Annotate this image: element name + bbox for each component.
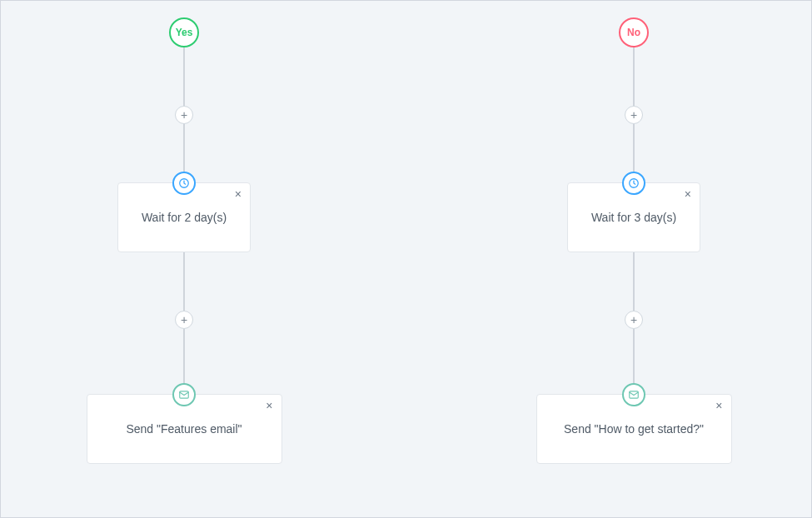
outcome-circle-yes[interactable]: Yes	[169, 17, 199, 47]
wait-step-card[interactable]: × Wait for 3 day(s)	[567, 182, 700, 252]
wait-step-card[interactable]: × Wait for 2 day(s)	[117, 182, 251, 252]
connector	[183, 47, 185, 106]
email-step-card[interactable]: × Send "Features email"	[87, 394, 282, 464]
plus-icon: +	[630, 313, 637, 326]
wait-step-label: Wait for 2 day(s)	[142, 211, 227, 224]
close-icon[interactable]: ×	[266, 400, 272, 411]
add-step-button[interactable]: +	[625, 106, 643, 124]
plus-icon: +	[181, 108, 187, 122]
connector	[633, 252, 635, 311]
outcome-label: Yes	[176, 27, 193, 38]
outcome-circle-no[interactable]: No	[619, 17, 649, 47]
email-step-card[interactable]: × Send "How to get started?"	[536, 394, 732, 464]
close-icon[interactable]: ×	[715, 400, 722, 411]
clock-icon	[172, 172, 196, 195]
branch-yes: Yes + × Wait for 2 day(s) + × Send "Feat…	[101, 17, 267, 464]
clock-icon	[622, 172, 645, 195]
connector	[633, 47, 635, 106]
email-step-label: Send "How to get started?"	[564, 422, 704, 436]
wait-step-label: Wait for 3 day(s)	[591, 211, 676, 224]
mail-icon	[172, 383, 196, 406]
mail-icon	[622, 383, 645, 406]
outcome-label: No	[627, 27, 640, 38]
close-icon[interactable]: ×	[685, 188, 691, 200]
email-step-label: Send "Features email"	[126, 422, 242, 436]
plus-icon: +	[630, 108, 637, 122]
plus-icon: +	[181, 313, 187, 326]
branch-no: No + × Wait for 3 day(s) + × Send "How t…	[550, 17, 717, 464]
add-step-button[interactable]: +	[175, 311, 193, 329]
close-icon[interactable]: ×	[235, 188, 242, 200]
add-step-button[interactable]: +	[625, 311, 643, 329]
add-step-button[interactable]: +	[175, 106, 193, 124]
connector	[183, 252, 185, 311]
